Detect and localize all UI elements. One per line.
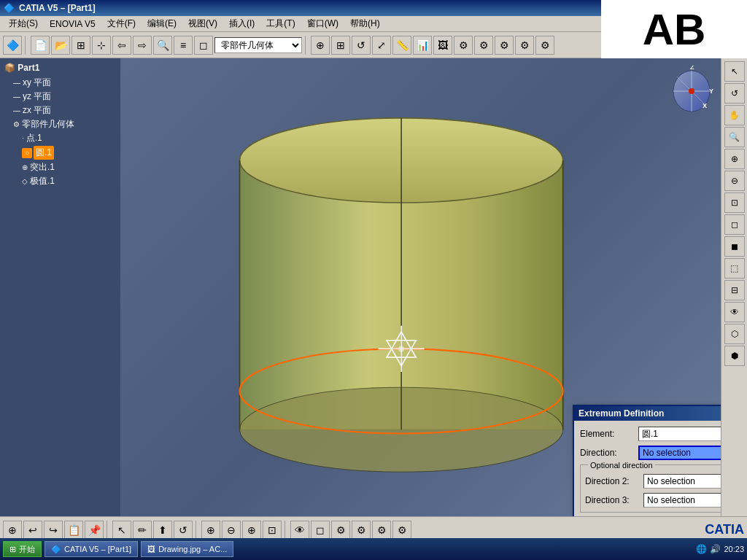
tree-item-zx[interactable]: — zx 平面: [4, 104, 116, 117]
toolbar-nav2[interactable]: ⇨: [133, 36, 152, 55]
extremum-dialog: Extremum Definition ? ✕ Element: Directi…: [573, 405, 721, 516]
toolbar-search[interactable]: 🔍: [153, 36, 172, 55]
catia-brand: CATIA: [705, 522, 744, 537]
btb-paste[interactable]: 📌: [85, 521, 104, 540]
menu-file[interactable]: 文件(F): [101, 16, 142, 31]
rtb-zoomout[interactable]: ⊖: [724, 171, 745, 191]
tree-item-geom[interactable]: ⚙ 零部件几何体: [4, 117, 116, 131]
rtb-cursor[interactable]: ↖: [724, 61, 745, 82]
dialog-title[interactable]: Extremum Definition ? ✕: [574, 406, 721, 421]
workbench-selector[interactable]: 零部件几何体: [214, 37, 302, 53]
btb-undo[interactable]: ↩: [23, 521, 42, 540]
rtb-render2[interactable]: ⬢: [724, 346, 745, 366]
toolbar-render[interactable]: 🖼: [433, 36, 452, 55]
tree-item-extreme[interactable]: ◇ 极值.1: [4, 174, 116, 188]
rtb-zoom[interactable]: 🔍: [724, 127, 745, 147]
taskbar-catia[interactable]: 🔷 CATIA V5 – [Part1]: [44, 541, 138, 557]
point-icon: ·: [22, 134, 24, 142]
btb-extra4[interactable]: ⚙: [392, 521, 411, 540]
right-toolbar: ↖ ↺ ✋ 🔍 ⊕ ⊖ ⊡ ◻ ◼ ⬚ ⊟ 👁 ⬡ ⬢: [721, 58, 747, 516]
rtb-rotate[interactable]: ↺: [724, 83, 745, 104]
tree-item-extrude[interactable]: ⊕ 突出.1: [4, 160, 116, 174]
taskbar-drawing[interactable]: 🖼 Drawing.jpg – AC...: [141, 541, 233, 557]
tree-item-xy[interactable]: — xy 平面: [4, 76, 116, 90]
btb-extra2[interactable]: ⚙: [352, 521, 371, 540]
toolbar-snap[interactable]: ⊹: [92, 36, 111, 55]
rtb-pan[interactable]: ✋: [724, 105, 745, 125]
toolbar-extra1[interactable]: ⚙: [454, 36, 473, 55]
element-label: Element:: [580, 429, 638, 439]
btb-revolve[interactable]: ↺: [174, 521, 193, 540]
toolbar-new[interactable]: 📄: [31, 36, 50, 55]
toolbar-grid[interactable]: ⊞: [71, 36, 90, 55]
menu-help[interactable]: 帮助(H): [344, 16, 386, 31]
btb-pan[interactable]: ⊕: [242, 521, 261, 540]
toolbar-lines[interactable]: ≡: [174, 36, 193, 55]
taskbar-network-icon: 🌐: [696, 544, 707, 554]
element-input[interactable]: [638, 427, 721, 441]
toolbar-analyze[interactable]: 📊: [413, 36, 432, 55]
rtb-render1[interactable]: ⬡: [724, 324, 745, 344]
btb-select[interactable]: ↖: [112, 521, 131, 540]
rtb-view1[interactable]: ◻: [724, 214, 745, 235]
btb-start[interactable]: ⊕: [3, 521, 22, 540]
rtb-section[interactable]: ⊟: [724, 280, 745, 300]
btb-copy[interactable]: 📋: [64, 521, 83, 540]
menu-tools[interactable]: 工具(T): [260, 16, 301, 31]
direction2-row: Direction 2: Max Min: [585, 474, 721, 489]
rtb-view2[interactable]: ◼: [724, 236, 745, 257]
toolbar-snap2[interactable]: ⊕: [311, 36, 330, 55]
menu-edit[interactable]: 编辑(E): [142, 16, 182, 31]
svg-text:Y: Y: [709, 88, 713, 95]
optional-direction-title: Optional direction: [588, 461, 655, 470]
toolbar-open[interactable]: 📂: [51, 36, 70, 55]
rtb-zoomin[interactable]: ⊕: [724, 149, 745, 169]
optional-direction-section: Optional direction Direction 2: Max Min: [580, 464, 721, 513]
dialog-body: Element: Direction: Max Min Opti: [574, 421, 721, 516]
btb-fit[interactable]: ⊡: [263, 521, 282, 540]
tree-item-circle[interactable]: ○ 圆.1: [4, 145, 116, 160]
toolbar-nav1[interactable]: ⇦: [112, 36, 131, 55]
toolbar-grid2[interactable]: ⊞: [331, 36, 350, 55]
btb-extra3[interactable]: ⚙: [372, 521, 391, 540]
toolbar-surface[interactable]: ◻: [194, 36, 213, 55]
btb-extra1[interactable]: ⚙: [331, 521, 350, 540]
rtb-fit[interactable]: ⊡: [724, 192, 745, 213]
btb-show[interactable]: ◻: [311, 521, 330, 540]
start-icon: ⊞: [9, 545, 16, 554]
toolbar-scale[interactable]: ⤢: [372, 36, 391, 55]
menu-enovia[interactable]: ENOVIA V5: [44, 18, 101, 31]
btb-zoomout[interactable]: ⊖: [222, 521, 241, 540]
toolbar-extra4[interactable]: ⚙: [515, 36, 534, 55]
direction2-input[interactable]: [643, 474, 721, 489]
btb-sketch[interactable]: ✏: [133, 521, 152, 540]
menu-view[interactable]: 视图(V): [182, 16, 223, 31]
toolbar-rotate[interactable]: ↺: [352, 36, 371, 55]
dialog-title-text: Extremum Definition: [578, 408, 664, 419]
catia-logo-bottom: CATIA: [705, 522, 744, 537]
toolbar-extra3[interactable]: ⚙: [495, 36, 514, 55]
toolbar-extra2[interactable]: ⚙: [474, 36, 493, 55]
direction-input[interactable]: [638, 446, 721, 460]
btb-redo[interactable]: ↪: [44, 521, 63, 540]
direction3-input[interactable]: [643, 493, 721, 508]
extreme-icon: ◇: [22, 177, 28, 185]
menu-insert[interactable]: 插入(I): [223, 16, 260, 31]
tree-item-point[interactable]: · 点.1: [4, 131, 116, 145]
menu-start[interactable]: 开始(S): [3, 16, 44, 31]
menu-window[interactable]: 窗口(W): [301, 16, 344, 31]
rtb-view3[interactable]: ⬚: [724, 258, 745, 279]
toolbar-measure[interactable]: 📏: [392, 36, 411, 55]
start-button[interactable]: ⊞ 开始: [3, 541, 42, 557]
toolbar-catia-icon[interactable]: 🔷: [3, 36, 22, 55]
tree-item-yz[interactable]: — yz 平面: [4, 90, 116, 104]
btb-zoomin[interactable]: ⊕: [201, 521, 220, 540]
toolbar-extra5[interactable]: ⚙: [535, 36, 554, 55]
rtb-hide[interactable]: 👁: [724, 302, 745, 322]
extrude-icon: ⊕: [22, 163, 28, 171]
btb-hide[interactable]: 👁: [290, 521, 309, 540]
btb-extrude[interactable]: ⬆: [153, 521, 172, 540]
viewport[interactable]: Z Y X Extremum Definition ? ✕ Element:: [120, 58, 721, 516]
tree-root-icon: 📦: [4, 63, 18, 73]
direction-label: Direction:: [580, 448, 638, 458]
